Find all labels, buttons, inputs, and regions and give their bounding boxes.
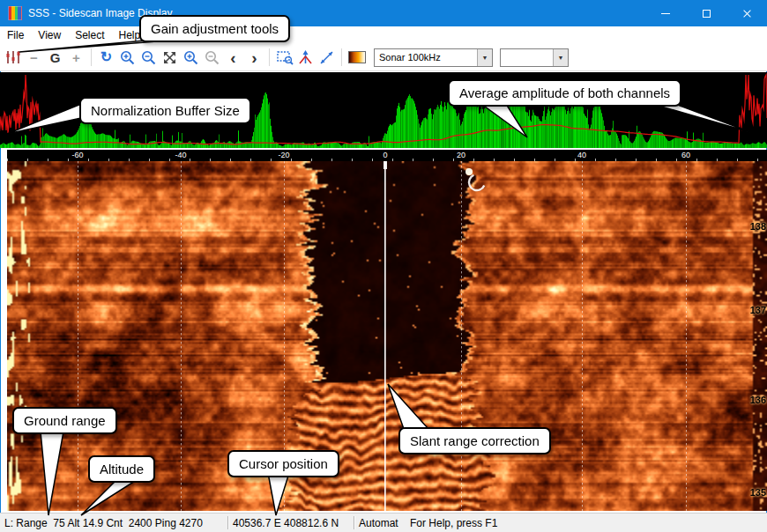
increase-gain-icon: + [72, 51, 80, 64]
callout-slant-range: Slant range correction [398, 427, 551, 454]
decrease-gain-icon: − [30, 51, 38, 64]
toolbar-separator [91, 48, 92, 66]
zoom-in-icon [119, 49, 136, 66]
ruler-tick-label: 0 [383, 151, 387, 159]
ruler-tick-label: 40 [577, 151, 586, 159]
close-button[interactable] [726, 0, 767, 26]
chevron-down-icon: ▼ [553, 49, 568, 66]
ping-number-label: 137 [750, 305, 766, 315]
toolbar-separator [341, 48, 342, 66]
close-icon [742, 9, 752, 18]
contact-marker-button[interactable] [295, 48, 316, 68]
toolbar-separator [269, 48, 270, 66]
zoom-out-icon [140, 49, 157, 66]
magnify-plus-button[interactable] [181, 48, 201, 68]
sonar-frequency-value: Sonar 100kHz [375, 52, 477, 63]
ruler-tick-label: 60 [681, 151, 690, 159]
gain-sliders-button[interactable] [3, 48, 23, 68]
menu-bar: File View Select Help [0, 26, 767, 44]
callout-gain-tools: Gain adjustment tools [139, 15, 290, 42]
magnify-minus-icon [204, 49, 220, 66]
colormap-button[interactable] [346, 48, 367, 68]
contact-marker-icon [297, 49, 314, 66]
magnify-plus-icon [182, 49, 199, 66]
refresh-button[interactable]: ↻ [96, 48, 116, 68]
minimize-icon [661, 13, 670, 14]
magnify-minus-button[interactable] [202, 48, 222, 68]
fit-view-icon [161, 49, 178, 66]
toolbar: − G + ↻ [0, 44, 767, 71]
ping-number-label: 136 [750, 395, 766, 405]
auto-gain-button[interactable]: G [45, 48, 65, 68]
zoom-in-button[interactable] [117, 48, 138, 68]
refresh-icon: ↻ [101, 50, 112, 64]
menu-view[interactable]: View [31, 26, 68, 44]
prev-ping-button[interactable]: ‹ [223, 48, 243, 68]
app-icon [8, 6, 22, 20]
next-ping-icon: › [251, 49, 257, 66]
increase-gain-button[interactable]: + [66, 48, 86, 68]
callout-ground-range: Ground range [12, 407, 117, 434]
minimize-button[interactable] [645, 0, 686, 26]
app-window: SSS - Sidescan Image Display File View S… [0, 0, 767, 532]
gain-sliders-icon [4, 48, 22, 66]
fit-view-button[interactable] [160, 48, 180, 68]
colormap-icon [348, 51, 366, 63]
ruler-tick-label: 20 [457, 151, 465, 159]
maximize-icon [703, 10, 711, 18]
ping-number-label: 135 [750, 487, 766, 498]
callout-average-amplitude: Average amplitude of both channels [448, 79, 681, 107]
ruler-tick-label: -40 [175, 151, 186, 159]
menu-select[interactable]: Select [68, 26, 111, 44]
decrease-gain-button[interactable]: − [24, 48, 44, 68]
auto-gain-icon: G [50, 51, 61, 64]
status-telemetry: L: Range 75 Alt 14.9 Cnt 2400 Ping 4270 [0, 514, 227, 532]
status-mode: Automat [354, 514, 406, 532]
channel-select[interactable]: ▼ [500, 48, 569, 67]
callout-altitude: Altitude [88, 455, 155, 483]
zoom-out-button[interactable] [138, 48, 159, 68]
status-help-text: For Help, press F1 [406, 514, 502, 532]
prev-ping-icon: ‹ [230, 49, 235, 66]
ruler-tick-label: -60 [71, 151, 83, 159]
measure-icon [318, 49, 335, 66]
title-bar: SSS - Sidescan Image Display [0, 0, 767, 26]
zoom-box-button[interactable] [274, 48, 294, 68]
status-bar: L: Range 75 Alt 14.9 Cnt 2400 Ping 4270 … [0, 513, 767, 532]
status-cursor-coords: 40536.7 E 408812.6 N [228, 514, 354, 532]
callout-normalization: Normalization Buffer Size [79, 97, 251, 124]
maximize-button[interactable] [686, 0, 726, 26]
callout-cursor-position: Cursor position [227, 450, 339, 477]
menu-file[interactable]: File [0, 26, 31, 44]
ping-number-label: 138 [750, 221, 766, 232]
sonar-frequency-select[interactable]: Sonar 100kHz ▼ [374, 48, 493, 67]
zoom-box-icon [276, 49, 294, 66]
sonar-ruler: -60-40-200204060 [7, 150, 767, 161]
measure-button[interactable] [316, 48, 337, 68]
chevron-down-icon: ▼ [477, 49, 492, 66]
window-controls [645, 0, 767, 26]
ruler-tick-label: -20 [278, 151, 289, 159]
next-ping-button[interactable]: › [244, 48, 264, 68]
